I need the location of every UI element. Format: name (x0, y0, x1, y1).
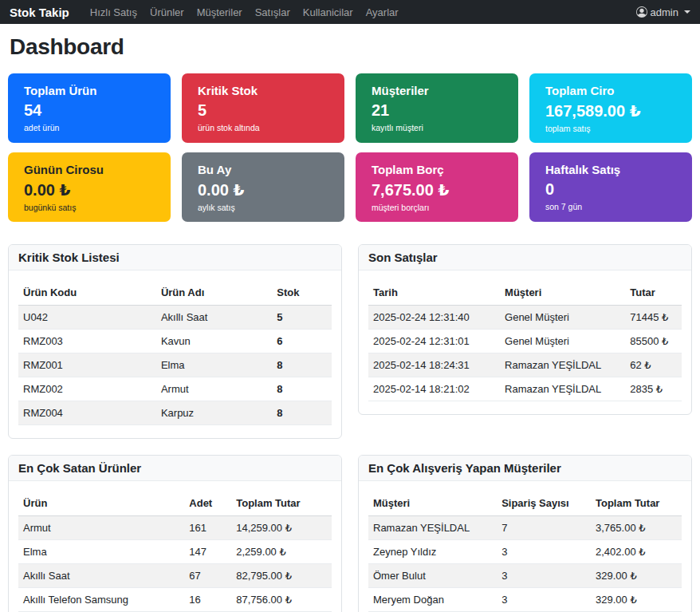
en-cok-satan-table: Ürün Adet Toplam Tutar Armut 161 14,259.… (18, 491, 332, 612)
table-cell: Ramazan YEŞİLDAL (500, 377, 625, 401)
card-en-cok-satan-urunler: En Çok Satan Ürünler Ürün Adet Toplam Tu… (8, 455, 342, 612)
table-cell: 2025-02-14 18:21:02 (368, 377, 500, 401)
stat-card-subtitle: bugünkü satış (24, 203, 155, 212)
en-cok-alisveris-table: Müşteri Sipariş Sayısı Toplam Tutar Rama… (368, 491, 682, 612)
card-son-satislar: Son Satışlar Tarih Müşteri Tutar 2025-02… (358, 244, 692, 415)
table-cell: 82,795.00 ₺ (231, 564, 332, 588)
nav-item-kullanicilar[interactable]: Kullanicilar (297, 6, 360, 18)
table-row: RMZ002 Armut 8 (18, 377, 332, 401)
stat-card-title: Kritik Stok (198, 84, 328, 97)
stat-card-value: 0.00 ₺ (198, 180, 328, 199)
table-cell: Kavun (156, 330, 272, 353)
table-row: Zeynep Yıldız 3 2,402.00 ₺ (368, 540, 682, 564)
column-header: Müşteri (500, 280, 625, 306)
kritik-stok-table: Ürün Kodu Ürün Adı Stok U042 Akıllı Saat… (18, 280, 332, 425)
nav-item-musteriler[interactable]: Müşteriler (191, 6, 249, 18)
stat-card-subtitle: ürün stok altında (198, 123, 328, 132)
table-cell: 5 (272, 306, 332, 330)
table-row: Elma 147 2,259.00 ₺ (18, 540, 332, 564)
table-row: U042 Akıllı Saat 5 (18, 306, 332, 330)
table-cell: 2025-02-24 12:31:40 (368, 306, 500, 330)
table-row: 2025-02-24 12:31:01 Genel Müşteri 85500 … (368, 330, 682, 353)
table-cell: Armut (156, 377, 272, 401)
brand[interactable]: Stok Takip (10, 6, 69, 19)
table-cell: Armut (18, 516, 184, 540)
table-cell: 147 (184, 540, 231, 564)
table-cell: Akıllı Saat (156, 306, 272, 330)
stat-card-value: 54 (24, 101, 155, 120)
table-cell: 161 (184, 516, 231, 540)
table-row: RMZ003 Kavun 6 (18, 330, 332, 353)
stat-card-title: Bu Ay (198, 163, 328, 176)
stat-card-title: Toplam Ciro (545, 84, 676, 97)
stat-card-gunun-cirosu: Günün Cirosu 0.00 ₺ bugünkü satış (8, 152, 171, 222)
nav-item-satislar[interactable]: Satışlar (249, 6, 297, 18)
table-row: 2025-02-14 18:21:02 Ramazan YEŞİLDAL 283… (368, 377, 682, 401)
table-cell: Karpuz (156, 401, 272, 425)
table-cell: RMZ001 (18, 353, 156, 377)
table-cell: RMZ004 (18, 401, 156, 425)
stat-card-toplam-ciro: Toplam Ciro 167,589.00 ₺ toplam satış (529, 73, 692, 143)
table-cell: 6 (272, 330, 332, 353)
table-cell: 2025-02-24 12:31:01 (368, 330, 500, 353)
card-title: En Çok Satan Ürünler (9, 456, 341, 481)
stat-card-musteriler: Müşteriler 21 kayıtlı müşteri (356, 73, 518, 143)
stat-card-title: Toplam Borç (372, 163, 502, 176)
table-cell: 329.00 ₺ (591, 588, 682, 612)
stat-card-toplam-borc: Toplam Borç 7,675.00 ₺ müşteri borçları (356, 152, 518, 222)
stat-card-value: 5 (198, 101, 328, 120)
table-cell: 2835 ₺ (625, 377, 682, 401)
nav-item-urunler[interactable]: Ürünler (144, 6, 191, 18)
table-cell: RMZ002 (18, 377, 156, 401)
table-header-row: Müşteri Sipariş Sayısı Toplam Tutar (368, 491, 682, 516)
table-cell: 87,756.00 ₺ (231, 588, 332, 612)
stat-card-haftalik-satis: Haftalık Satış 0 son 7 gün (529, 152, 692, 222)
page-title: Dashboard (10, 34, 690, 60)
user-menu-dropdown[interactable]: admin (636, 6, 690, 18)
column-header: Adet (184, 491, 231, 516)
table-row: Akıllı Saat 67 82,795.00 ₺ (18, 564, 332, 588)
table-cell: 3,765.00 ₺ (591, 516, 682, 540)
person-circle-icon (636, 6, 647, 18)
stat-card-subtitle: son 7 gün (545, 202, 676, 211)
user-name: admin (651, 6, 678, 18)
stat-card-value: 7,675.00 ₺ (372, 180, 502, 199)
stat-card-toplam-urun: Toplam Ürün 54 adet ürün (8, 73, 171, 143)
table-cell: Ramazan YEŞİLDAL (368, 516, 497, 540)
table-cell: 3 (497, 588, 591, 612)
stat-cards-grid: Toplam Ürün 54 adet ürün Kritik Stok 5 ü… (8, 73, 692, 222)
table-cell: Elma (18, 540, 184, 564)
table-cell: 14,259.00 ₺ (231, 516, 332, 540)
table-header-row: Ürün Kodu Ürün Adı Stok (18, 280, 332, 306)
table-cell: Meryem Doğan (368, 588, 497, 612)
table-row: 2025-02-14 18:24:31 Ramazan YEŞİLDAL 62 … (368, 353, 682, 377)
table-row: Akıllı Telefon Samsung 16 87,756.00 ₺ (18, 588, 332, 612)
stat-card-value: 21 (372, 101, 502, 120)
table-cell: 8 (272, 401, 332, 425)
column-header: Toplam Tutar (231, 491, 332, 516)
table-cell: U042 (18, 306, 156, 330)
table-cell: 7 (497, 516, 591, 540)
table-cell: 3 (497, 540, 591, 564)
column-header: Ürün (18, 491, 184, 516)
nav-item-ayarlar[interactable]: Ayarlar (360, 6, 405, 18)
table-header-row: Tarih Müşteri Tutar (368, 280, 682, 306)
dashboard-page: Dashboard Toplam Ürün 54 adet ürün Kriti… (0, 34, 700, 612)
column-header: Ürün Kodu (18, 280, 156, 306)
stat-card-title: Günün Cirosu (24, 163, 155, 176)
card-title: Kritik Stok Listesi (9, 245, 341, 270)
caret-down-icon (684, 10, 690, 14)
nav-item-hizli-satis[interactable]: Hızlı Satış (84, 6, 144, 18)
table-cell: Zeynep Yıldız (368, 540, 497, 564)
stat-card-subtitle: kayıtlı müşteri (372, 123, 502, 132)
table-row: RMZ001 Elma 8 (18, 353, 332, 377)
table-cell: RMZ003 (18, 330, 156, 353)
column-header: Toplam Tutar (591, 491, 682, 516)
column-header: Tutar (625, 280, 682, 306)
stat-card-title: Müşteriler (372, 84, 502, 97)
table-row: Ömer Bulut 3 329.00 ₺ (368, 564, 682, 588)
table-cell: 3 (497, 564, 591, 588)
table-cell: Ramazan YEŞİLDAL (500, 353, 625, 377)
card-kritik-stok-listesi: Kritik Stok Listesi Ürün Kodu Ürün Adı S… (8, 244, 342, 439)
table-cell: Genel Müşteri (500, 306, 625, 330)
